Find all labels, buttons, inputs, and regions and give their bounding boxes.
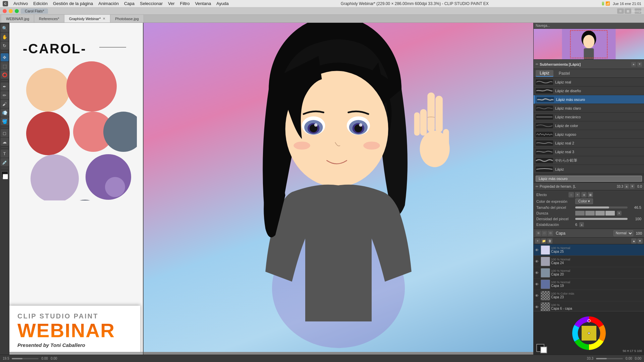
tab-pastel[interactable]: Pastel (555, 70, 574, 76)
zoom-slider-left[interactable] (12, 358, 39, 359)
layer-eye-capa19[interactable]: 👁 (535, 282, 540, 286)
lt-btn-4[interactable]: ▲ (631, 238, 637, 244)
brush-item-lapiz-rugoso[interactable]: Lápiz rugoso (534, 130, 644, 139)
layer-icon-2[interactable]: □ (542, 231, 547, 236)
doc-tab-webinar-jpg[interactable]: WEBINAR.jpg (1, 15, 34, 22)
brush-item-yawaraka[interactable]: やわらか鉛筆 (534, 156, 644, 165)
size-up-btn[interactable]: ▲ (624, 184, 629, 189)
brush-item-lapiz-mecanico[interactable]: Lápiz mecánico (534, 113, 644, 121)
tool-zoom[interactable]: 🔍 (1, 24, 9, 32)
main-canvas[interactable] (144, 23, 533, 355)
layer-row-capa19[interactable]: 👁 100 % Normal Capa 19 (534, 279, 644, 290)
effect-btn-2[interactable]: ✕ (575, 192, 580, 197)
effect-btn-3[interactable]: ◈ (581, 192, 587, 197)
hardness-scroll[interactable]: ▼ (617, 211, 622, 216)
win-close[interactable] (3, 9, 7, 13)
tool-airbrush[interactable]: 💨 (1, 109, 9, 117)
layer-icon-3[interactable]: ⊡ (548, 231, 553, 236)
brush-preview (536, 140, 553, 146)
layer-eye-capa24[interactable]: 👁 (535, 259, 540, 263)
layer-row-capa20[interactable]: 👁 100 % Normal Capa 20 (534, 267, 644, 279)
tool-select[interactable]: ⬚ (1, 62, 9, 70)
bg-swatch[interactable] (540, 347, 547, 353)
hard-btn-3[interactable] (595, 211, 605, 216)
menu-item-filtro[interactable]: Filtro (180, 1, 190, 6)
tool-fill[interactable]: 🪣 (1, 117, 9, 125)
effect-btn-1[interactable]: ○ (569, 192, 574, 197)
brush-item-lapiz[interactable]: Lápiz (534, 165, 644, 174)
tool-eyedrop[interactable]: 💉 (1, 158, 9, 166)
brush-item-lapiz-real3[interactable]: Lápiz real 3 (534, 147, 644, 156)
background-color[interactable] (3, 174, 8, 179)
brush-item-lapiz-real[interactable]: Lápiz real (534, 78, 644, 86)
color-expr-label: Color de expresión (536, 199, 573, 203)
win-min[interactable] (9, 9, 13, 13)
tool-eraser[interactable]: ◻ (1, 129, 9, 137)
menu-item-gestion[interactable]: Gestión de la página (53, 1, 93, 6)
layer-mode-select[interactable]: Normal (613, 230, 633, 236)
color-wheel[interactable] (571, 315, 607, 352)
lt-btn-3[interactable]: 🗑 (547, 238, 552, 244)
tool-rotate[interactable]: ↻ (1, 42, 9, 50)
win-max[interactable] (15, 9, 19, 13)
size-value: 46.5 (630, 205, 641, 209)
stab-value: 6 (575, 223, 577, 227)
layer-eye-capa6c[interactable]: 👁 (535, 305, 540, 309)
doc-tab-photobase[interactable]: Photobase.jpg (110, 15, 144, 22)
toolbar-icon2[interactable]: ▦ (625, 8, 631, 14)
lt-btn-5[interactable]: ▼ (637, 238, 643, 244)
lt-btn-1[interactable]: + (535, 238, 540, 244)
effect-btn-4[interactable]: ▣ (588, 192, 593, 197)
tool-blur[interactable]: ☁ (1, 138, 9, 146)
layer-eye-capa20[interactable]: 👁 (535, 271, 540, 275)
tool-text[interactable]: T (1, 149, 9, 158)
subtool-scroll-up[interactable]: ▲ (631, 62, 636, 67)
layer-row-capa25[interactable]: 👁 100 % Normal Capa 25 (534, 244, 644, 256)
tool-pencil[interactable]: ✏ (1, 91, 9, 99)
tool-pen[interactable]: ✒ (1, 82, 9, 90)
toolbar-icon[interactable]: ⊞ (617, 8, 624, 14)
left-canvas-scrollbar[interactable] (9, 352, 143, 355)
zoom-slider-right[interactable] (596, 358, 623, 359)
hard-btn-4[interactable] (605, 211, 615, 216)
menu-item-ventana[interactable]: Ventana (195, 1, 211, 6)
tool-hand[interactable]: ✋ (1, 33, 9, 41)
menu-item-ayuda[interactable]: Ayuda (216, 1, 229, 6)
color-expr-select[interactable]: Color ▾ (575, 198, 593, 204)
brush-item-lapiz-color[interactable]: Lápiz de color (534, 121, 644, 130)
brush-item-lapiz-diseno[interactable]: Lápiz de diseño (534, 86, 644, 95)
doc-tab-references[interactable]: References* (34, 15, 64, 22)
size-down-btn[interactable]: ▼ (630, 184, 635, 189)
layer-row-capa23[interactable]: 👁 100 % Color más Capa 23 (534, 290, 644, 301)
tool-move[interactable]: ✥ (1, 53, 9, 61)
hard-btn-1[interactable] (575, 211, 585, 216)
density-slider[interactable] (575, 218, 628, 220)
layer-row-capa6capa[interactable]: 👁 100 % Capa 6 - capa (534, 301, 644, 311)
menu-item-archivo[interactable]: Archivo (13, 1, 28, 6)
menu-item-animacion[interactable]: Animación (98, 1, 119, 6)
menu-item-edicion[interactable]: Edición (33, 1, 48, 6)
size-slider[interactable] (575, 206, 628, 208)
layer-icon-1[interactable]: ⊞ (536, 231, 541, 236)
brush-item-lapiz-oscuro[interactable]: Lápiz más oscuro (534, 95, 644, 104)
brush-item-lapiz-real2[interactable]: Lápiz real 2 (534, 139, 644, 147)
menu-item-ver[interactable]: Ver (168, 1, 175, 6)
tab-close-graphixly[interactable]: ✕ (103, 17, 105, 20)
brush-item-lapiz-claro[interactable]: Lápiz más claro (534, 104, 644, 113)
menu-item-capa[interactable]: Capa (124, 1, 135, 6)
layer-eye-capa25[interactable]: 👁 (535, 248, 540, 252)
subtool-scroll-down[interactable]: ▼ (637, 62, 642, 67)
left-panel-tab[interactable]: Carol Flats* (21, 8, 48, 14)
doc-tab-graphixly[interactable]: Graphixly Webinar* ✕ (64, 15, 111, 22)
menu-item-seleccionar[interactable]: Seleccionar (140, 1, 163, 6)
stab-up[interactable]: ▲ (579, 222, 584, 227)
brush-item-murappoi[interactable]: むらっぽい斜線ブラシ (534, 174, 644, 175)
hard-btn-2[interactable] (585, 211, 595, 216)
tool-brush[interactable]: 🖌 (1, 100, 9, 108)
lt-btn-2[interactable]: 📁 (541, 238, 546, 244)
tab-lapiz[interactable]: Lápiz (536, 70, 553, 77)
layer-eye-capa23[interactable]: 👁 (535, 294, 540, 298)
tool-lasso[interactable]: ⭕ (1, 71, 9, 79)
layer-row-capa24[interactable]: 👁 100 % Normal Capa 24 (534, 256, 644, 267)
right-canvas-scrollbar[interactable] (144, 352, 533, 355)
